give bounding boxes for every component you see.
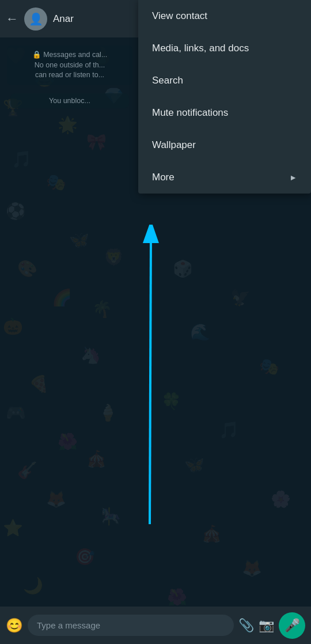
menu-item-label: Wallpaper <box>152 139 196 151</box>
unblock-message: You unbloc... <box>10 93 129 108</box>
bottom-input-bar: 😊 Type a message 📎 📷 🎤 <box>0 607 311 644</box>
context-menu: View contact Media, links, and docs Sear… <box>138 0 311 194</box>
menu-item-label: Search <box>152 75 183 86</box>
security-message: 🔒 Messages and cal... No one outside of … <box>7 46 132 85</box>
menu-item-view-contact[interactable]: View contact <box>138 0 311 32</box>
message-placeholder: Type a message <box>37 620 100 630</box>
chevron-right-icon: ► <box>289 173 297 182</box>
camera-button[interactable]: 📷 <box>259 618 274 633</box>
message-input[interactable]: Type a message <box>28 615 234 636</box>
menu-item-search[interactable]: Search <box>138 65 311 97</box>
contact-name[interactable]: Anar <box>53 13 74 25</box>
messages-area: 🔒 Messages and cal... No one outside of … <box>0 37 139 607</box>
chat-header: ← 👤 Anar <box>0 0 139 37</box>
back-button[interactable]: ← <box>6 12 18 26</box>
attach-button[interactable]: 📎 <box>238 618 254 633</box>
menu-item-label: More <box>152 172 175 183</box>
menu-item-label: View contact <box>152 10 207 22</box>
menu-item-label: Mute notifications <box>152 107 228 119</box>
menu-item-media[interactable]: Media, links, and docs <box>138 32 311 65</box>
menu-item-label: Media, links, and docs <box>152 43 249 54</box>
mic-icon: 🎤 <box>285 618 300 633</box>
menu-item-mute[interactable]: Mute notifications <box>138 97 311 129</box>
menu-item-more[interactable]: More ► <box>138 161 311 194</box>
mic-button[interactable]: 🎤 <box>279 612 305 639</box>
avatar: 👤 <box>24 7 47 31</box>
emoji-button[interactable]: 😊 <box>6 618 23 634</box>
menu-item-wallpaper[interactable]: Wallpaper <box>138 129 311 161</box>
